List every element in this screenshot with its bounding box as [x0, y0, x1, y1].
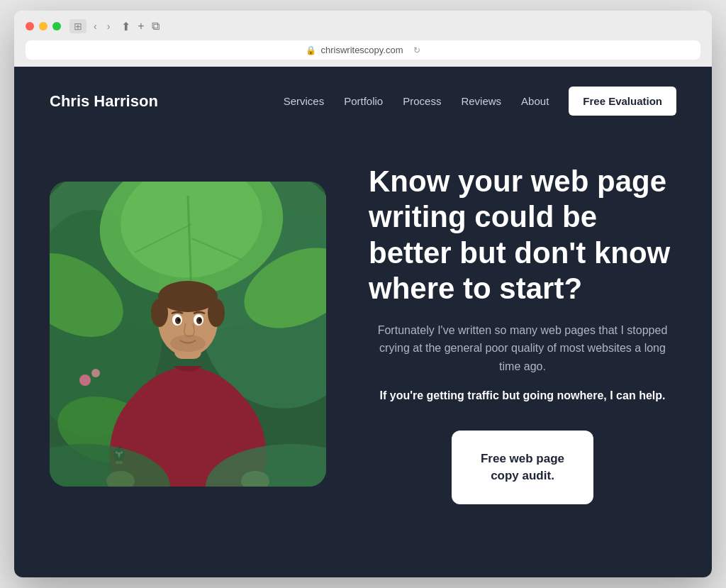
cta-card[interactable]: Free web page copy audit.	[452, 431, 593, 504]
sidebar-toggle-button[interactable]: ⊞	[69, 19, 86, 33]
svg-point-36	[91, 369, 100, 377]
svg-point-15	[151, 299, 168, 327]
maximize-button[interactable]	[52, 22, 61, 30]
hero-subtext: Fortunately I've written so many web pag…	[369, 321, 676, 376]
hero-content: Know your web page writing could be bett…	[369, 164, 676, 504]
site-logo[interactable]: Chris Harrison	[50, 92, 158, 111]
browser-nav-buttons: ⊞ ‹ ›	[69, 19, 113, 33]
svg-point-22	[199, 318, 201, 321]
browser-chrome: ⊞ ‹ › ⬆ + ⧉ 🔒 chriswritescopy.com ↻	[14, 11, 712, 67]
free-evaluation-button[interactable]: Free Evaluation	[569, 87, 676, 116]
new-tab-button[interactable]: +	[138, 20, 144, 33]
hero-headline: Know your web page writing could be bett…	[369, 164, 676, 307]
hero-photo	[50, 182, 326, 487]
nav-link-reviews[interactable]: Reviews	[461, 95, 501, 107]
svg-point-35	[79, 375, 91, 386]
nav-link-about[interactable]: About	[521, 95, 549, 107]
svg-point-23	[170, 335, 206, 352]
site-header: Chris Harrison Services Portfolio Proces…	[14, 67, 712, 135]
nav-link-services[interactable]: Services	[284, 95, 325, 107]
hero-section: Know your web page writing could be bett…	[14, 135, 712, 547]
back-button[interactable]: ‹	[91, 19, 100, 33]
svg-point-16	[208, 299, 225, 327]
tabs-overview-button[interactable]: ⧉	[152, 20, 160, 33]
browser-toolbar-actions: ⬆ + ⧉	[121, 20, 159, 33]
site-nav: Services Portfolio Process Reviews About…	[284, 87, 676, 116]
lock-icon: 🔒	[306, 45, 316, 55]
url-display: chriswritescopy.com	[320, 45, 403, 55]
traffic-lights	[26, 22, 61, 30]
browser-window: ⊞ ‹ › ⬆ + ⧉ 🔒 chriswritescopy.com ↻ Chri…	[14, 11, 712, 577]
hero-emphasis-text: If you're getting traffic but going nowh…	[369, 389, 676, 402]
refresh-icon[interactable]: ↻	[413, 45, 420, 55]
svg-point-21	[177, 318, 180, 321]
close-button[interactable]	[26, 22, 34, 30]
website-content: Chris Harrison Services Portfolio Proces…	[14, 67, 712, 577]
address-bar[interactable]: 🔒 chriswritescopy.com ↻	[26, 40, 700, 60]
minimize-button[interactable]	[39, 22, 48, 30]
share-button[interactable]: ⬆	[121, 20, 130, 33]
forward-button[interactable]: ›	[104, 19, 113, 33]
nav-link-portfolio[interactable]: Portfolio	[344, 95, 383, 107]
nav-link-process[interactable]: Process	[403, 95, 441, 107]
